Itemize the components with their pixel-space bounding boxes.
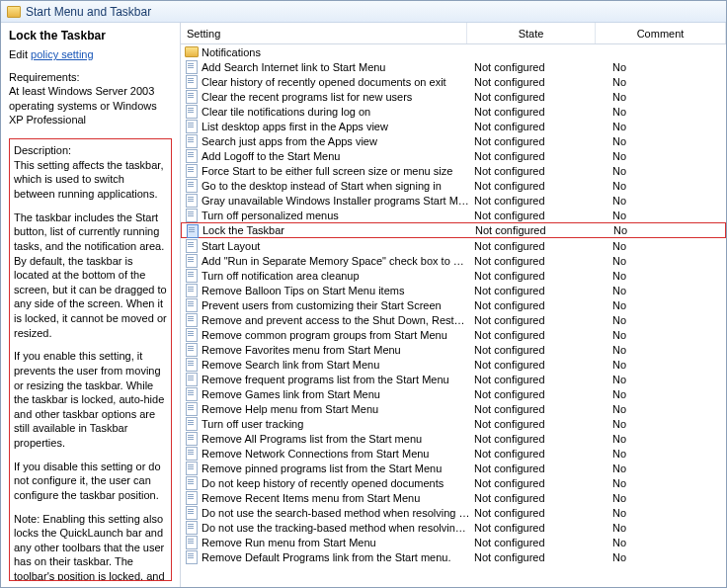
setting-name: Remove Default Programs link from the St… [202,551,470,563]
policy-row[interactable]: Turn off notification area cleanupNot co… [181,268,726,283]
policy-icon [185,462,199,474]
setting-state: Not configured [470,359,599,371]
policy-icon [185,373,199,385]
policy-row[interactable]: Remove Recent Items menu from Start Menu… [181,490,726,505]
policy-row[interactable]: Remove pinned programs list from the Sta… [181,461,726,475]
setting-state: Not configured [470,314,599,326]
header-setting[interactable]: Setting [181,23,467,43]
policy-row[interactable]: Turn off user trackingNot configuredNo [181,416,726,431]
policy-row[interactable]: Add Search Internet link to Start MenuNo… [181,59,726,74]
setting-state: Not configured [470,329,599,341]
setting-state: Not configured [470,165,599,177]
policy-row[interactable]: Do not keep history of recently opened d… [181,475,726,490]
policy-row[interactable]: Remove Balloon Tips on Start Menu itemsN… [181,283,726,297]
setting-name: Remove Favorites menu from Start Menu [202,344,470,356]
policy-icon [185,521,199,534]
policy-row[interactable]: Remove and prevent access to the Shut Do… [181,312,726,327]
policy-row[interactable]: Remove Games link from Start MenuNot con… [181,386,726,401]
setting-name: Prevent users from customizing their Sta… [202,299,470,311]
policy-row[interactable]: Remove common program groups from Start … [181,327,726,342]
policy-icon [185,134,199,147]
setting-comment: No [599,522,726,534]
setting-comment: No [600,224,725,236]
setting-comment: No [599,195,726,207]
setting-name: Go to the desktop instead of Start when … [202,180,470,192]
policy-row[interactable]: Remove Help menu from Start MenuNot conf… [181,401,726,416]
window-title: Start Menu and Taskbar [26,5,151,19]
policy-row[interactable]: Remove frequent programs list from the S… [181,372,726,386]
policy-row[interactable]: Search just apps from the Apps viewNot c… [181,133,726,148]
header-state[interactable]: State [467,23,596,43]
policy-row[interactable]: Turn off personalized menusNot configure… [181,208,726,222]
gpedit-window: Start Menu and Taskbar Lock the Taskbar … [0,0,727,588]
setting-name: Do not keep history of recently opened d… [202,477,470,489]
policy-row[interactable]: Clear tile notifications during log onNo… [181,104,726,119]
policy-icon [185,120,199,132]
folder-row[interactable]: Notifications [181,44,726,59]
setting-name: Clear tile notifications during log on [202,106,470,118]
policy-row[interactable]: Remove All Programs list from the Start … [181,431,726,446]
policy-row[interactable]: Add Logoff to the Start MenuNot configur… [181,148,726,163]
setting-comment: No [599,180,726,192]
setting-comment: No [599,61,726,73]
policy-icon [185,417,199,430]
edit-policy-link[interactable]: policy setting [31,48,94,60]
setting-name: Remove Search link from Start Menu [202,359,470,371]
setting-state: Not configured [470,150,599,162]
policy-row[interactable]: Lock the TaskbarNot configuredNo [181,222,726,238]
setting-comment: No [599,403,726,415]
policy-row[interactable]: Clear history of recently opened documen… [181,74,726,89]
settings-list[interactable]: NotificationsAdd Search Internet link to… [181,44,726,587]
setting-state: Not configured [470,388,599,400]
setting-state: Not configured [470,210,599,221]
policy-row[interactable]: Do not use the search-based method when … [181,505,726,520]
setting-name: Remove and prevent access to the Shut Do… [202,314,470,326]
setting-comment: No [599,91,726,103]
policy-row[interactable]: Start LayoutNot configuredNo [181,238,726,253]
policy-row[interactable]: Force Start to be either full screen siz… [181,163,726,178]
policy-icon [185,313,199,326]
policy-row[interactable]: Clear the recent programs list for new u… [181,89,726,104]
setting-comment: No [599,270,726,282]
setting-name: Search just apps from the Apps view [202,135,470,147]
setting-comment: No [599,150,726,162]
policy-row[interactable]: Do not use the tracking-based method whe… [181,520,726,535]
policy-icon [185,254,199,267]
setting-state: Not configured [470,61,599,73]
policy-row[interactable]: Remove Run menu from Start MenuNot confi… [181,535,726,549]
policy-row[interactable]: Add "Run in Separate Memory Space" check… [181,253,726,268]
policy-icon [185,536,199,548]
policy-icon [185,402,199,415]
setting-state: Not configured [470,240,599,252]
titlebar: Start Menu and Taskbar [1,1,726,23]
policy-icon [185,358,199,371]
policy-icon [185,387,199,400]
settings-pane: Setting State Comment NotificationsAdd S… [181,23,726,587]
policy-icon [185,476,199,489]
req-text: At least Windows Server 2003 operating s… [9,85,157,126]
policy-row[interactable]: List desktop apps first in the Apps view… [181,119,726,133]
requirements: Requirements: At least Windows Server 20… [9,70,172,126]
policy-row[interactable]: Remove Search link from Start MenuNot co… [181,357,726,372]
policy-icon [185,298,199,311]
setting-state: Not configured [470,462,599,474]
policy-row[interactable]: Remove Default Programs link from the St… [181,549,726,564]
policy-row[interactable]: Prevent users from customizing their Sta… [181,297,726,312]
header-comment[interactable]: Comment [596,23,726,43]
setting-name: Force Start to be either full screen siz… [202,165,470,177]
policy-row[interactable]: Go to the desktop instead of Start when … [181,178,726,193]
setting-state: Not configured [470,551,599,563]
setting-state: Not configured [470,507,599,519]
setting-comment: No [599,433,726,445]
policy-row[interactable]: Remove Favorites menu from Start MenuNot… [181,342,726,357]
setting-state: Not configured [470,91,599,103]
policy-icon [185,506,199,519]
setting-state: Not configured [470,433,599,445]
setting-comment: No [599,374,726,385]
policy-icon [186,224,200,237]
policy-row[interactable]: Remove Network Connections from Start Me… [181,446,726,461]
setting-comment: No [599,344,726,356]
policy-row[interactable]: Gray unavailable Windows Installer progr… [181,193,726,208]
body: Lock the Taskbar Edit policy setting Req… [1,23,726,587]
policy-icon [185,328,199,341]
